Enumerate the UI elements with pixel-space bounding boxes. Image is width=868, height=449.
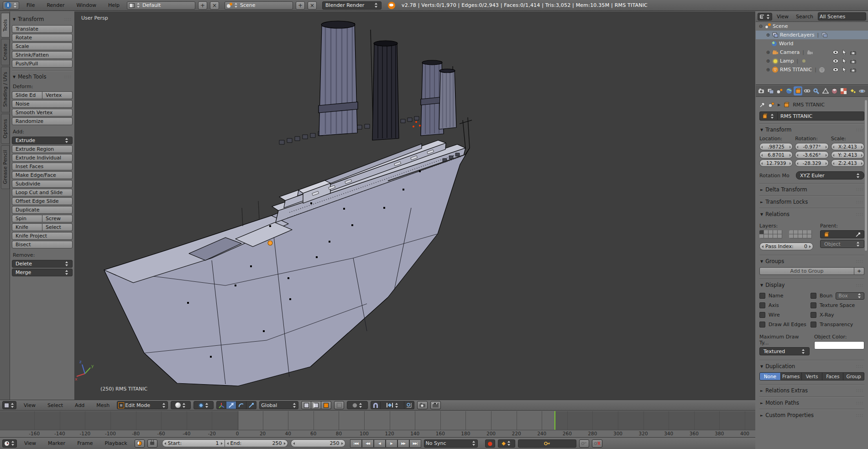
bounds-type-dropdown[interactable]: Box: [836, 292, 864, 300]
lock-button[interactable]: [147, 439, 157, 448]
camera-data-icon[interactable]: [807, 49, 813, 55]
expand-icon[interactable]: ⊕: [766, 67, 770, 72]
edge-select-button[interactable]: [311, 401, 321, 409]
scale-y-field[interactable]: Y: 2.413: [831, 151, 864, 158]
transform-properties-header[interactable]: Transform: [760, 127, 863, 133]
renderlayers-data-icon[interactable]: [821, 32, 827, 38]
menu-window[interactable]: Window: [72, 2, 101, 8]
viewport-menu-mesh[interactable]: Mesh: [92, 402, 114, 408]
object-color-swatch[interactable]: [814, 341, 864, 349]
panel-grip-icon[interactable]: [856, 127, 863, 132]
manipulator-scale-button[interactable]: [246, 401, 256, 409]
layout-add-button[interactable]: +: [198, 1, 207, 10]
insert-keyframe-button[interactable]: [579, 439, 589, 448]
outliner-menu-search[interactable]: Search: [793, 14, 816, 20]
rotation-mode-dropdown[interactable]: XYZ Euler: [796, 171, 864, 180]
wire-checkbox[interactable]: [759, 312, 765, 318]
panel-grip-icon[interactable]: [856, 401, 863, 405]
visibility-eye-icon[interactable]: [832, 59, 839, 63]
knife-project-button[interactable]: Knife Project: [12, 232, 73, 240]
scene-field[interactable]: Scene: [225, 1, 293, 10]
viewport-menu-view[interactable]: View: [19, 402, 40, 408]
renderability-camera-icon[interactable]: [850, 50, 856, 55]
mesh-data-icon[interactable]: ▽: [819, 67, 825, 73]
knife-select-button[interactable]: Select: [42, 223, 73, 231]
tab-data-icon[interactable]: [821, 86, 830, 95]
layer-toggle[interactable]: [777, 234, 782, 238]
lamp-data-icon[interactable]: [801, 58, 807, 64]
object-name-field[interactable]: RMS TITANIC: [778, 111, 864, 121]
outliner-row-rms-titanic[interactable]: ⊕ ▽ RMS TITANIC | ▽: [756, 65, 868, 74]
tab-material-icon[interactable]: [830, 86, 839, 95]
timeline-band[interactable]: [0, 411, 755, 430]
location-y-field[interactable]: 6.8701: [759, 151, 793, 158]
expand-icon[interactable]: ⊕: [766, 32, 770, 37]
expand-icon[interactable]: ⊕: [766, 50, 770, 55]
tab-options[interactable]: Options: [1, 114, 10, 144]
eyedropper-icon[interactable]: [856, 232, 860, 237]
viewport-menu-add[interactable]: Add: [70, 402, 89, 408]
rotation-z-field[interactable]: -28.329: [795, 159, 828, 167]
outliner-row-lamp[interactable]: ⊕ Lamp |: [756, 57, 868, 65]
proportional-edit-dropdown[interactable]: [347, 401, 368, 409]
tab-object-icon[interactable]: [794, 86, 802, 95]
mode-dropdown[interactable]: Edit Mode: [117, 401, 168, 409]
visibility-eye-icon[interactable]: [832, 68, 839, 72]
timeline-menu-frame[interactable]: Frame: [73, 440, 97, 446]
tab-shading-uvs[interactable]: Shading / UVs: [1, 67, 10, 112]
knife-button[interactable]: Knife: [12, 223, 42, 231]
timeline-menu-view[interactable]: View: [20, 440, 41, 446]
outliner-row-renderlayers[interactable]: ⊕ RenderLayers |: [756, 31, 868, 39]
push-pull-button[interactable]: Push/Pull: [12, 60, 73, 68]
face-select-button[interactable]: [321, 401, 331, 409]
breadcrumb-scene-icon[interactable]: [768, 102, 774, 108]
location-z-field[interactable]: 12.7939: [759, 159, 793, 167]
outliner-filter-dropdown[interactable]: All Scenes: [818, 12, 866, 21]
current-frame-field[interactable]: 250: [291, 439, 345, 447]
rotation-y-field[interactable]: -3.626°: [795, 151, 828, 158]
orientation-dropdown[interactable]: Global: [259, 401, 298, 409]
display-header[interactable]: Display: [760, 282, 863, 288]
extrude-dropdown[interactable]: Extrude: [12, 137, 73, 144]
extrude-individual-button[interactable]: Extrude Individual: [12, 154, 73, 162]
rotate-button[interactable]: Rotate: [12, 34, 73, 42]
duplication-none-button[interactable]: None: [759, 372, 781, 380]
viewport-menu-select[interactable]: Select: [43, 402, 68, 408]
draw-type-dropdown[interactable]: Textured: [759, 347, 810, 355]
layer-toggle[interactable]: [807, 234, 812, 238]
tab-world-icon[interactable]: [784, 86, 793, 95]
subdivide-button[interactable]: Subdivide: [12, 180, 73, 188]
tab-tools[interactable]: Tools: [1, 13, 10, 37]
transform-locks-header[interactable]: Transform Locks: [760, 199, 863, 205]
frame-end-field[interactable]: End:250: [225, 439, 288, 447]
offset-edge-slide-button[interactable]: Offset Edge Slide: [12, 197, 73, 205]
layout-close-button[interactable]: ×: [210, 1, 219, 10]
translate-button[interactable]: Translate: [12, 25, 73, 33]
relations-header[interactable]: Relations: [760, 211, 863, 217]
texture-space-checkbox[interactable]: [810, 302, 816, 308]
timeline-playhead[interactable]: [554, 411, 555, 430]
shading-dropdown[interactable]: [171, 401, 191, 409]
motion-paths-header[interactable]: Motion Paths: [760, 400, 863, 406]
outliner-row-camera[interactable]: ⊕ Camera |: [756, 48, 868, 57]
pivot-dropdown[interactable]: [193, 401, 214, 409]
panel-grip-icon[interactable]: [856, 364, 863, 369]
tab-create[interactable]: Create: [1, 39, 10, 65]
keying-set-field[interactable]: [518, 439, 576, 448]
timeline-ruler[interactable]: -160-140-120-100-80-60-40-20020406080100…: [0, 430, 755, 437]
panel-grip-icon[interactable]: [64, 17, 72, 21]
visibility-eye-icon[interactable]: [832, 50, 839, 54]
merge-dropdown[interactable]: Merge: [12, 269, 73, 276]
parent-field[interactable]: [820, 230, 864, 238]
make-edge-face-button[interactable]: Make Edge/Face: [12, 171, 73, 179]
tab-particles-icon[interactable]: [848, 86, 857, 95]
panel-grip-icon[interactable]: [856, 283, 863, 287]
jump-to-end-button[interactable]: ▶▶|: [409, 439, 421, 448]
groups-header[interactable]: Groups: [760, 258, 863, 264]
panel-grip-icon[interactable]: [856, 212, 863, 217]
tab-texture-icon[interactable]: [839, 86, 848, 95]
menu-help[interactable]: Help: [104, 2, 124, 8]
renderability-camera-icon[interactable]: [850, 68, 856, 72]
occlude-geometry-button[interactable]: [334, 401, 344, 409]
keyframe-type-dropdown[interactable]: ◆: [498, 439, 515, 448]
